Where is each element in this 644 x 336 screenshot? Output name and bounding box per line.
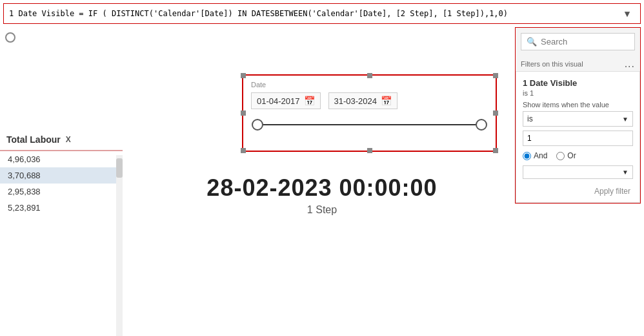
filter-title: 1 Date Visible xyxy=(523,78,633,88)
apply-filter-container: Apply filter xyxy=(523,184,633,197)
scroll-thumb[interactable] xyxy=(116,158,123,178)
list-items: 4,96,036 3,70,688 2,95,838 5,23,891 xyxy=(0,151,123,216)
start-date-value: 01-04-2017 xyxy=(257,96,300,106)
start-date-input[interactable]: 01-04-2017 📅 xyxy=(251,92,321,109)
search-icon: 🔍 xyxy=(527,37,537,47)
resize-rm[interactable] xyxy=(493,110,498,116)
end-calendar-icon[interactable]: 📅 xyxy=(381,96,392,106)
left-panel: Total Labour X 4,96,036 3,70,688 2,95,83… xyxy=(0,129,123,336)
apply-filter-button[interactable]: Apply filter xyxy=(592,185,633,197)
close-list-btn[interactable]: X xyxy=(66,135,71,144)
resize-br[interactable] xyxy=(493,148,498,153)
search-input[interactable] xyxy=(541,37,644,47)
date-widget-label: Date xyxy=(251,81,488,89)
slider-thumb-left[interactable] xyxy=(252,119,263,131)
formula-bar[interactable]: 1 Date Visible = IF ( DISTINCT('Calendar… xyxy=(3,3,641,24)
resize-tm[interactable] xyxy=(367,73,372,78)
right-panel: 🔍 Filters on this visual ... 1 Date Visi… xyxy=(515,27,641,204)
big-date-label: 28-02-2023 00:00:00 xyxy=(129,174,515,202)
radio-or-label: Or xyxy=(567,151,576,160)
filter-condition-dropdown[interactable]: is ▼ xyxy=(523,111,633,127)
list-item[interactable]: 2,95,838 xyxy=(0,184,123,200)
formula-text: 1 Date Visible = IF ( DISTINCT('Calendar… xyxy=(9,9,619,18)
date-widget: Date 01-04-2017 📅 31-03-2024 📅 xyxy=(242,74,497,152)
resize-tl[interactable] xyxy=(241,73,246,78)
resize-bm[interactable] xyxy=(367,148,372,153)
list-header: Total Labour X xyxy=(0,129,123,151)
date-slider[interactable] xyxy=(257,118,481,131)
radio-circle xyxy=(5,32,15,43)
filters-dots-menu[interactable]: ... xyxy=(625,58,635,70)
search-bar[interactable]: 🔍 xyxy=(521,33,635,50)
radio-and-option[interactable]: And xyxy=(523,151,547,160)
formula-chevron-btn[interactable]: ▼ xyxy=(619,6,635,21)
resize-bl[interactable] xyxy=(241,148,246,153)
radio-or-input[interactable] xyxy=(556,152,565,160)
filter-second-dropdown[interactable]: ▼ xyxy=(523,165,633,179)
list-item[interactable]: 3,70,688 xyxy=(0,167,123,184)
filter-card: 1 Date Visible is 1 Show items when the … xyxy=(516,71,640,203)
resize-tr[interactable] xyxy=(493,73,498,78)
center-display: 28-02-2023 00:00:00 1 Step xyxy=(129,174,515,216)
list-item[interactable]: 4,96,036 xyxy=(0,151,123,167)
end-date-value: 31-03-2024 xyxy=(334,96,377,106)
list-item[interactable]: 5,23,891 xyxy=(0,200,123,216)
slider-thumb-right[interactable] xyxy=(476,119,487,131)
radio-and-input[interactable] xyxy=(523,152,531,160)
date-inputs: 01-04-2017 📅 31-03-2024 📅 xyxy=(251,92,488,109)
scroll-bar[interactable] xyxy=(116,155,123,336)
end-date-input[interactable]: 31-03-2024 📅 xyxy=(328,92,398,109)
dropdown2-chevron-icon: ▼ xyxy=(622,169,629,176)
radio-row: And Or xyxy=(523,151,633,160)
dropdown-chevron-icon: ▼ xyxy=(622,116,629,123)
radio-or-option[interactable]: Or xyxy=(556,151,576,160)
radio-and-label: And xyxy=(534,151,547,160)
filter-subtitle: is 1 xyxy=(523,89,633,97)
resize-lm[interactable] xyxy=(241,110,246,116)
list-title: Total Labour xyxy=(6,134,61,145)
slider-track xyxy=(257,124,481,125)
start-calendar-icon[interactable]: 📅 xyxy=(304,96,315,106)
step-label: 1 Step xyxy=(129,204,515,216)
filters-on-visual-label: Filters on this visual ... xyxy=(516,56,640,71)
show-items-label: Show items when the value xyxy=(523,101,633,109)
filter-value-input[interactable] xyxy=(523,131,633,146)
